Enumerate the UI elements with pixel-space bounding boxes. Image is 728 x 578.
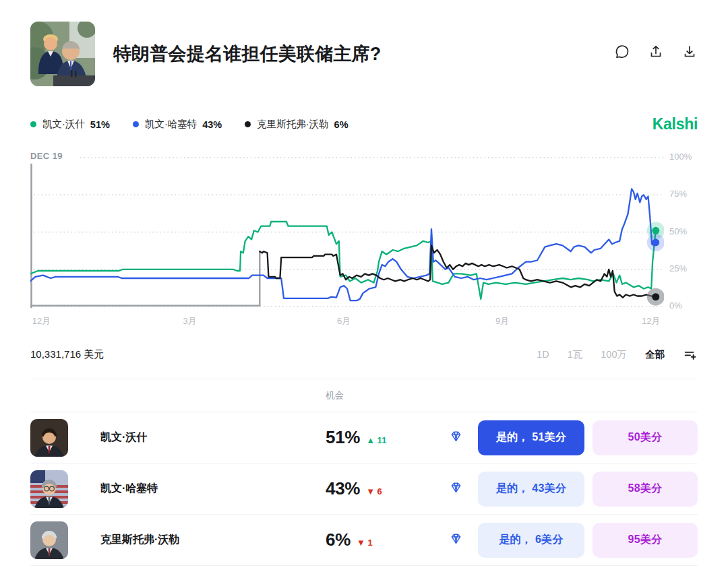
gem-icon[interactable] <box>449 480 463 497</box>
legend-dot-green <box>30 121 36 127</box>
download-icon[interactable] <box>681 44 698 60</box>
chance-header-label: 机会 <box>326 389 433 402</box>
legend-dot-black <box>245 121 251 127</box>
share-icon[interactable] <box>648 44 664 60</box>
chance-value: 43% <box>326 478 360 499</box>
stats-row: 10,331,716 美元 1D 1瓦 100万 全部 <box>30 345 698 364</box>
x-tick-label: 12月 <box>32 315 51 327</box>
range-option-1d[interactable]: 1D <box>537 349 549 360</box>
legend-item-warsh[interactable]: 凯文·沃什 51% <box>30 118 110 131</box>
chart-legend: 凯文·沃什 51% 凯文·哈塞特 43% 克里斯托弗·沃勒 6% Kalshi <box>30 115 698 133</box>
market-header: 特朗普会提名谁担任美联储主席? <box>30 0 698 86</box>
range-option-all[interactable]: 全部 <box>645 348 665 361</box>
legend-item-waller[interactable]: 克里斯托弗·沃勒 6% <box>245 118 348 131</box>
legend-name: 凯文·哈塞特 <box>145 118 197 131</box>
y-tick-label: 50% <box>669 226 687 236</box>
legend-item-hassett[interactable]: 凯文·哈塞特 43% <box>133 118 222 131</box>
outcome-avatar <box>30 470 68 508</box>
gem-icon[interactable] <box>449 429 463 446</box>
market-page: 特朗普会提名谁担任美联储主席? 凯文·沃什 <box>0 0 728 566</box>
outcome-row-warsh: 凯文·沃什 51% ▲ 11 是的， 51美分 50美分 <box>30 412 698 463</box>
range-option-1w[interactable]: 1瓦 <box>568 348 583 361</box>
chance-header-row: 机会 <box>30 379 698 412</box>
outcome-row-hassett: 凯文·哈塞特 43% ▼ 6 是的， 43美分 58美分 <box>30 463 698 515</box>
header-actions <box>614 44 698 60</box>
y-tick-label: 75% <box>669 189 687 199</box>
range-selector: 1D 1瓦 100万 全部 <box>537 347 698 362</box>
y-tick-label: 0% <box>669 300 682 311</box>
chart-annotation: DEC 19 <box>30 151 67 161</box>
comment-icon[interactable] <box>614 44 630 60</box>
list-add-icon[interactable] <box>683 347 698 362</box>
kalshi-logo: Kalshi <box>653 115 698 133</box>
chance-delta: ▼ 6 <box>366 486 382 496</box>
chance-delta: ▲ 11 <box>366 435 386 445</box>
market-avatar <box>30 22 95 86</box>
legend-name: 凯文·沃什 <box>42 118 85 131</box>
y-tick-label: 100% <box>669 152 692 162</box>
range-option-1m[interactable]: 100万 <box>601 348 627 361</box>
outcome-name: 凯文·沃什 <box>100 430 326 445</box>
legend-value: 6% <box>334 119 348 130</box>
yes-button[interactable]: 是的， 6美分 <box>478 523 584 558</box>
outcome-avatar <box>30 419 68 457</box>
x-tick-label: 12月 <box>642 315 660 327</box>
chance-cell: 51% ▲ 11 <box>326 427 433 448</box>
yes-button[interactable]: 是的， 43美分 <box>478 472 584 507</box>
chart-svg[interactable] <box>30 154 664 311</box>
volume-text: 10,331,716 美元 <box>30 348 104 361</box>
no-button[interactable]: 58美分 <box>593 472 698 507</box>
no-button[interactable]: 95美分 <box>593 523 698 558</box>
legend-dot-blue <box>133 121 139 127</box>
outcome-row-waller: 克里斯托弗·沃勒 6% ▼ 1 是的， 6美分 95美分 <box>30 515 698 566</box>
gem-icon[interactable] <box>449 532 463 548</box>
chance-cell: 6% ▼ 1 <box>326 529 433 550</box>
x-tick-label: 6月 <box>337 315 351 327</box>
chance-value: 6% <box>326 529 351 550</box>
y-tick-label: 25% <box>669 263 687 274</box>
legend-value: 51% <box>90 119 110 130</box>
legend-value: 43% <box>202 119 222 130</box>
yes-button[interactable]: 是的， 51美分 <box>478 420 584 455</box>
outcome-avatar <box>30 521 68 559</box>
outcome-name: 克里斯托弗·沃勒 <box>100 533 326 547</box>
x-tick-label: 9月 <box>495 315 509 327</box>
page-title: 特朗普会提名谁担任美联储主席? <box>113 42 382 66</box>
legend-name: 克里斯托弗·沃勒 <box>257 118 328 131</box>
price-chart[interactable]: DEC 19 100%75%50%25%0% 12月3月6月9月12月 <box>30 154 698 330</box>
outcome-name: 凯文·哈塞特 <box>100 482 326 496</box>
market-avatar-image <box>30 22 95 86</box>
chance-delta: ▼ 1 <box>357 538 373 548</box>
x-tick-label: 3月 <box>183 315 197 327</box>
chance-value: 51% <box>326 427 360 448</box>
chance-cell: 43% ▼ 6 <box>326 478 433 499</box>
no-button[interactable]: 50美分 <box>593 420 698 455</box>
